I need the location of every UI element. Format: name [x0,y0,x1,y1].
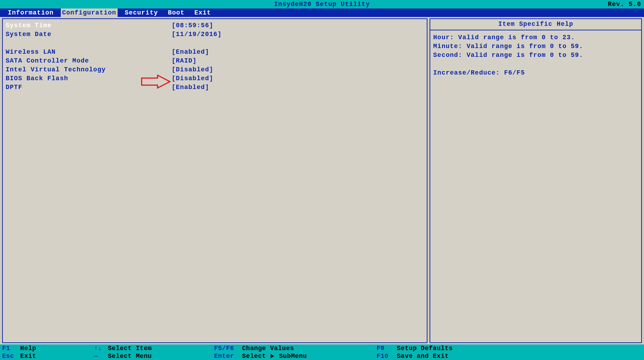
spacer [6,39,424,48]
help-panel: Item Specific Help Hour: Valid range is … [430,18,642,343]
footer-hint-change-values: F5/F6 Change Values [214,344,377,352]
footer-hint-submenu: Enter Select SubMenu [214,352,377,360]
setting-intel-virtual-technology[interactable]: Intel Virtual Technology [Disabled] [6,65,424,74]
setting-label: System Date [6,30,172,39]
setting-system-date[interactable]: System Date [11/19/2016] [6,30,424,39]
footer-hint-help: F1 Help [2,344,94,352]
setting-system-time[interactable]: System Time [08:59:56] [6,21,424,30]
revision-label: Rev. 5.0 [608,0,641,8]
setting-label: System Time [6,21,172,30]
help-line-second: Second: Valid range is from 0 to 59. [433,51,638,60]
footer-hint-exit: Esc Exit [2,352,94,360]
footer-col-3: F5/F6 Change Values Enter Select SubMenu [214,344,377,360]
setting-value[interactable]: [11/19/2016] [172,30,424,39]
menu-tab-security[interactable]: Security [122,8,161,17]
footer-hint-select-menu: ↔ Select Menu [94,352,214,360]
setting-value[interactable]: [Enabled] [172,83,424,92]
menu-bar: Information Configuration Security Boot … [0,8,644,17]
footer-submenu-action: Select SubMenu [242,353,307,360]
menu-tab-configuration[interactable]: Configuration [61,8,118,17]
setting-label: BIOS Back Flash [6,74,172,83]
setting-label: DPTF [6,83,172,92]
settings-panel: System Time [08:59:56] System Date [11/1… [2,18,427,343]
setting-value[interactable]: [Enabled] [172,48,424,57]
main-area: System Time [08:59:56] System Date [11/1… [0,17,644,344]
footer-col-2: ↑↓ Select Item ↔ Select Menu [94,344,214,360]
setting-value[interactable]: [Disabled] [172,65,424,74]
setting-dptf[interactable]: DPTF [Enabled] [6,83,424,92]
footer-col-4: F9 Setup Defaults F10 Save and Exit [377,344,642,360]
setting-bios-back-flash[interactable]: BIOS Back Flash [Disabled] [6,74,424,83]
setting-label: SATA Controller Mode [6,57,172,65]
footer-hint-save-exit: F10 Save and Exit [377,352,642,360]
menu-tab-boot[interactable]: Boot [165,8,187,17]
footer-bar: F1 Help Esc Exit ↑↓ Select Item ↔ Select… [0,344,644,360]
help-line-minute: Minute: Valid range is from 0 to 59. [433,42,638,51]
menu-tab-information[interactable]: Information [5,8,57,17]
setting-wireless-lan[interactable]: Wireless LAN [Enabled] [6,48,424,57]
help-title: Item Specific Help [430,19,641,30]
spacer [433,60,638,69]
triangle-right-icon [271,354,274,358]
help-line-hour: Hour: Valid range is from 0 to 23. [433,33,638,42]
setting-sata-controller-mode[interactable]: SATA Controller Mode [RAID] [6,57,424,65]
footer-col-1: F1 Help Esc Exit [2,344,94,360]
utility-title: InsydeH20 Setup Utility [274,1,370,8]
menu-tab-exit[interactable]: Exit [191,8,214,17]
help-line-increase-reduce: Increase/Reduce: F6/F5 [433,69,638,77]
title-bar: InsydeH20 Setup Utility Rev. 5.0 [0,0,644,8]
footer-hint-select-item: ↑↓ Select Item [94,344,214,352]
setting-value[interactable]: [Disabled] [172,74,424,83]
setting-value[interactable]: [RAID] [172,57,424,65]
setting-label: Intel Virtual Technology [6,65,172,74]
setting-value[interactable]: [08:59:56] [172,21,424,30]
setting-label: Wireless LAN [6,48,172,57]
footer-hint-setup-defaults: F9 Setup Defaults [377,344,642,352]
bios-screen: InsydeH20 Setup Utility Rev. 5.0 Informa… [0,0,644,360]
